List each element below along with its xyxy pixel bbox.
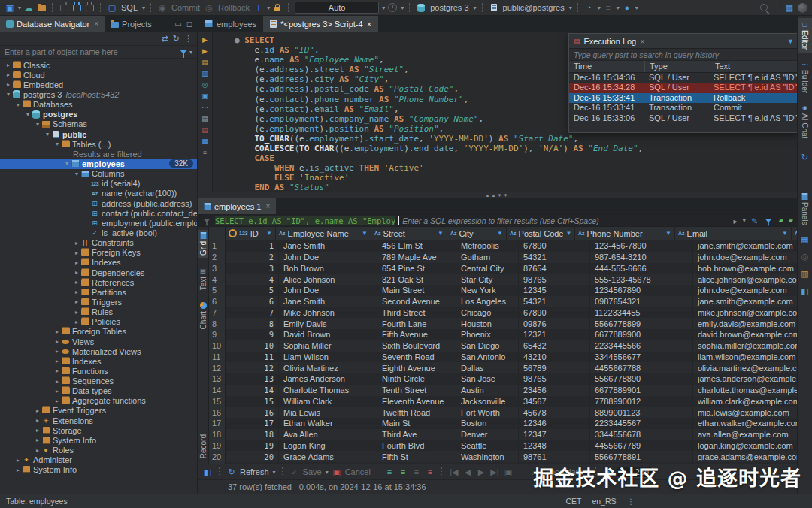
execute-statement-icon[interactable]: ▶ <box>202 36 208 44</box>
cell-street[interactable]: Fourth Lane <box>377 318 456 329</box>
log-col-time[interactable]: Time <box>569 61 645 72</box>
save-button[interactable]: Save <box>303 467 322 476</box>
refresh-button[interactable]: Refresh <box>240 467 269 476</box>
rollback-icon[interactable]: ◎ <box>204 2 214 14</box>
cell-phone-number[interactable]: 5566778891 <box>590 451 693 462</box>
user-avatar[interactable] <box>797 2 807 14</box>
navigate-caret-icon[interactable]: ▾ <box>598 5 601 11</box>
tree-item-partitions[interactable]: ▸Partitions <box>0 287 197 297</box>
tree-item-policies[interactable]: ▸Policies <box>0 317 197 327</box>
cell-email[interactable]: olivia.martinez@example.com <box>693 362 797 373</box>
tree-item-administer[interactable]: ▸✦Administer <box>0 455 197 465</box>
chevron-collapsed-icon[interactable]: ▸ <box>5 81 12 88</box>
tree-item-rules[interactable]: ▸Rules <box>0 307 197 317</box>
cell-street[interactable]: Second Avenue <box>377 296 456 307</box>
cell-city[interactable]: Gotham <box>456 252 519 263</box>
cell-id[interactable]: 19 <box>226 440 279 452</box>
cell-phone-number[interactable]: 2233445567 <box>590 418 693 429</box>
open-perspective-icon[interactable]: ▦ <box>784 2 795 14</box>
close-icon[interactable]: × <box>265 202 270 210</box>
chevron-collapsed-icon[interactable]: ▸ <box>14 467 22 473</box>
chevron-collapsed-icon[interactable]: ▸ <box>5 71 12 78</box>
cell-city[interactable]: Denver <box>456 429 519 440</box>
table-row[interactable]: 88Emily DavisFourth LaneHouston098765566… <box>209 318 797 329</box>
tree-item-name-varchar-100[interactable]: Azname (varchar(100)) <box>0 189 197 198</box>
cell-street[interactable]: Twelfth Road <box>377 407 456 418</box>
chevron-collapsed-icon[interactable]: ▸ <box>34 437 41 443</box>
row-number-cell[interactable]: 19 <box>209 440 226 452</box>
cell-employee-name[interactable]: David Brown <box>279 329 377 340</box>
row-number-cell[interactable]: 20 <box>209 451 226 462</box>
tree-item-employees[interactable]: ▾employees32K <box>0 159 197 168</box>
tree-item-storage[interactable]: ▸Storage <box>0 425 197 435</box>
transaction-log-clock-icon[interactable] <box>387 2 398 14</box>
cell-email[interactable]: james.anderson@example.com <box>693 373 797 385</box>
cell-phone-number[interactable]: 123-456-7890 <box>590 240 693 252</box>
tree-item-columns[interactable]: ▾Columns <box>0 169 197 179</box>
next-row-icon[interactable]: ▶ <box>476 466 486 478</box>
toggle-panel-icon[interactable]: ◧ <box>202 466 213 478</box>
chevron-collapsed-icon[interactable]: ▸ <box>73 259 80 266</box>
cell-employee-name[interactable]: Olivia Martinez <box>279 362 377 373</box>
timezone-label[interactable]: CET <box>565 497 581 506</box>
references-panel-icon[interactable]: ◧ <box>800 285 810 297</box>
cell-id[interactable]: 11 <box>226 352 279 363</box>
open-folder-icon[interactable] <box>36 2 47 14</box>
editor-tab-postgres-3-script-4[interactable]: *<postgres 3> Script-4× <box>263 16 378 32</box>
cell-email[interactable]: grace.adams@example.com <box>693 451 797 462</box>
chevron-down-icon[interactable]: ▼ <box>787 38 794 45</box>
tree-item-event-triggers[interactable]: ▸Event Triggers <box>0 406 197 416</box>
tree-item-indexes[interactable]: ▸Indexes <box>0 258 197 268</box>
tree-item-postgres-3[interactable]: ▾postgres 3localhost:5432 <box>0 89 197 99</box>
cell-postal-code[interactable]: 56789 <box>519 362 590 373</box>
sql-terminal-icon[interactable]: ▣ <box>201 92 208 100</box>
grid-corner-cell[interactable] <box>209 227 226 240</box>
commit-button[interactable]: Commit <box>170 3 201 12</box>
row-number-cell[interactable]: 3 <box>209 263 226 274</box>
cell-street[interactable]: Seventh Road <box>377 352 456 363</box>
object-filter-input[interactable]: Enter a part of object name here ▾ <box>0 46 197 59</box>
cell-phone-number[interactable]: 3344556678 <box>590 429 693 440</box>
chevron-collapsed-icon[interactable]: ▸ <box>5 62 12 68</box>
layers-icon[interactable]: ≡ <box>603 2 614 14</box>
table-row[interactable]: 1919Logan KingFourth BlvdSeattle12348445… <box>209 440 797 452</box>
cell-street[interactable]: Third Ave <box>377 429 456 440</box>
row-number-cell[interactable]: 2 <box>209 252 226 263</box>
last-row-icon[interactable]: ▶| <box>489 466 500 478</box>
tree-item-foreign-keys[interactable]: ▸Foreign Keys <box>0 248 197 258</box>
cell-id[interactable]: 5 <box>226 285 279 296</box>
row-number-cell[interactable]: 13 <box>209 373 226 385</box>
tree-item-extensions[interactable]: ▸✳Extensions <box>0 416 197 425</box>
explain-plan-icon[interactable]: ▥ <box>201 70 208 77</box>
minimize-icon[interactable]: ▭ <box>174 20 181 28</box>
table-row[interactable]: 77Mike JohnsonThird StreetChicago6789011… <box>209 307 797 319</box>
chevron-collapsed-icon[interactable]: ▸ <box>53 367 61 374</box>
load-plan-icon[interactable]: ◎ <box>202 81 208 89</box>
sort-caret-icon[interactable]: ▼ <box>362 230 368 237</box>
editor-results-splitter[interactable]: ▲▲▼▼ <box>198 192 797 198</box>
execute-new-tab-icon[interactable]: ▶ <box>202 47 208 55</box>
sort-caret-icon[interactable]: ▼ <box>438 230 444 237</box>
refresh-icon[interactable]: ↻ <box>226 466 237 478</box>
tree-item-constraints[interactable]: ▸[]Constraints <box>0 238 197 248</box>
cell-street[interactable]: Ninth Circle <box>377 373 456 385</box>
commit-mode-caret-icon[interactable]: ▾ <box>382 5 385 11</box>
chevron-collapsed-icon[interactable]: ▸ <box>53 388 61 395</box>
column-header-email[interactable]: AzEmail▼ <box>675 227 792 240</box>
cell-city[interactable]: Austin <box>456 385 519 396</box>
table-row[interactable]: 44Alice Johnson321 Oak StStar City987655… <box>209 274 797 285</box>
sql-line-14[interactable]: WHEN e.is_active THEN 'Active' <box>235 163 797 173</box>
tab-database-navigator[interactable]: Database Navigator × <box>0 16 105 32</box>
column-header-company-name[interactable]: AzCompany Name▼ <box>792 227 797 240</box>
chevron-expanded-icon[interactable]: ▾ <box>34 121 41 128</box>
table-row[interactable]: 1414Charlotte ThomasTenth StreetAustin23… <box>209 385 797 396</box>
tree-item-system-info[interactable]: ▸System Info <box>0 465 197 475</box>
cell-city[interactable]: Chicago <box>456 307 519 319</box>
sidebar-tab-editor[interactable]: ▢ Editor <box>798 18 812 53</box>
cell-city[interactable]: Star City <box>456 274 519 285</box>
tree-item-dependencies[interactable]: ▸Dependencies <box>0 268 197 277</box>
cell-employee-name[interactable]: Liam Wilson <box>279 352 377 363</box>
sort-caret-icon[interactable]: ▼ <box>497 230 503 237</box>
commit-icon[interactable]: ◉ <box>157 2 168 14</box>
connection-caret-icon[interactable]: ▾ <box>474 5 477 11</box>
